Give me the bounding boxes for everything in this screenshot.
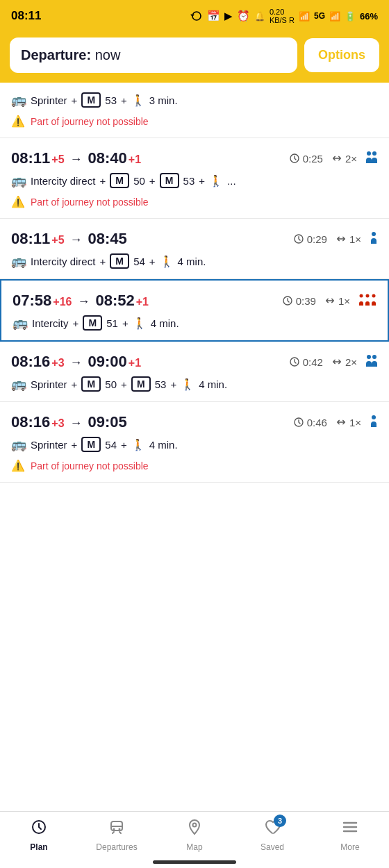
bottom-navigation: Plan Departures Map [0, 811, 389, 868]
journey-meta: 0:29 1× [293, 231, 378, 247]
train-icon: 🚌 [11, 253, 26, 269]
transport-label: Intercity [32, 317, 69, 329]
nav-saved[interactable]: 3 Saved [233, 819, 311, 852]
header: Departure: now Options [0, 31, 389, 83]
journey-times: 08:11+5 → 08:40+1 [11, 149, 141, 167]
journey-header: 08:11+5 → 08:45 0:29 1× [11, 230, 378, 248]
duration-value: 0:29 [307, 233, 327, 245]
arr-time: 09:00 [88, 353, 127, 371]
journey-details: 🚌 Sprinter+M 54+🚶4 min. [11, 437, 378, 452]
arr-time: 08:45 [88, 230, 127, 248]
journey-header: 08:16+3 → 09:00+1 0:42 2× [11, 353, 378, 371]
metro-num: 50 [133, 175, 145, 187]
warning-text: Part of journey not possible [31, 197, 149, 208]
transfers-item: 2× [331, 356, 357, 368]
dep-time: 08:11 [11, 230, 50, 248]
metro-num: 53 [155, 378, 167, 390]
metro-badge: M [81, 437, 101, 452]
arr-delay: +1 [129, 153, 141, 166]
metro-num: 51 [106, 317, 118, 329]
clock-meta-icon [289, 153, 300, 164]
partial-plus-1: + [72, 94, 78, 106]
journey-header: 08:11+5 → 08:40+1 0:25 2× [11, 149, 378, 167]
svg-point-13 [372, 415, 376, 419]
journey-list: 08:11+5 → 08:40+1 0:25 2× [0, 138, 389, 483]
nav-departures-label: Departures [96, 842, 137, 852]
transport-label: Sprinter [31, 439, 67, 451]
arr-time: 09:05 [88, 413, 127, 431]
svg-line-17 [119, 832, 121, 833]
notification-icon: 🔔 [254, 11, 265, 22]
plus-separator: + [149, 256, 156, 267]
metro-badge: M [83, 315, 102, 331]
data-speed: 0.20KB/S R [270, 8, 295, 24]
sync-icon [190, 10, 203, 22]
transfer-icon [331, 153, 342, 164]
heart-nav-icon: 3 [264, 819, 281, 840]
partial-transport-label: Sprinter [31, 94, 67, 106]
dep-delay: +3 [51, 417, 64, 430]
plus-separator: + [199, 175, 205, 187]
partial-journey-card[interactable]: 🚌 Sprinter + M 53 + 🚶 3 min. ⚠️ Part of … [0, 83, 389, 138]
walk-time: 4 min. [151, 317, 179, 329]
journey-details: 🚌 Intercity+M 51+🚶4 min. [13, 315, 376, 331]
battery-icon: 🔋 [345, 11, 356, 22]
journey-card-j5[interactable]: 08:16+3 → 09:05 0:46 1× [0, 402, 389, 483]
svg-line-16 [113, 832, 114, 833]
options-button[interactable]: Options [304, 38, 379, 72]
journey-meta: 0:39 1× [282, 293, 376, 308]
nav-more[interactable]: More [311, 819, 389, 852]
warning-icon: ⚠️ [11, 459, 25, 472]
partial-metro-num: 53 [105, 94, 117, 106]
journey-card-j2[interactable]: 08:11+5 → 08:45 0:29 1× [0, 219, 389, 279]
crowd-item [370, 231, 378, 247]
journey-times: 07:58+16 → 08:52+1 [13, 292, 149, 310]
metro-badge-m: M [81, 92, 101, 108]
train-icon: 🚌 [13, 315, 28, 331]
partial-walk-time: 3 min. [149, 94, 178, 106]
svg-point-19 [113, 828, 115, 831]
metro-num: 53 [183, 175, 195, 187]
plus-separator: + [149, 175, 156, 187]
walk-icon: 🚶 [160, 255, 174, 268]
nav-map-label: Map [186, 842, 202, 852]
nav-plan[interactable]: Plan [0, 819, 78, 852]
journey-details: 🚌 Intercity direct+M 50+M 53+🚶... [11, 173, 378, 188]
play-icon: ▶ [224, 10, 233, 22]
metro-num: 54 [105, 439, 117, 451]
duration-value: 0:25 [303, 153, 323, 165]
walk-time: 4 min. [149, 439, 178, 451]
dep-time: 08:11 [11, 149, 50, 167]
journey-card-j1[interactable]: 08:11+5 → 08:40+1 0:25 2× [0, 138, 389, 219]
transport-label: Intercity direct [31, 175, 95, 187]
journey-card-j3[interactable]: 07:58+16 → 08:52+1 0:39 1× [0, 279, 389, 342]
partial-warning: ⚠️ Part of journey not possible [11, 115, 378, 128]
duration-value: 0:46 [307, 417, 327, 428]
plus-separator: + [72, 378, 78, 390]
journey-times: 08:16+3 → 09:05 [11, 413, 127, 431]
journey-card-j4[interactable]: 08:16+3 → 09:00+1 0:42 2× [0, 342, 389, 402]
transfers-value: 2× [345, 153, 357, 165]
transport-label: Intercity direct [31, 256, 95, 267]
signal-icon: 📶 [299, 11, 310, 22]
clock-meta-icon [282, 295, 293, 306]
nav-departures[interactable]: Departures [78, 819, 156, 852]
transfer-icon [336, 233, 347, 244]
transfer-icon [331, 356, 342, 367]
arrow-icon: → [70, 416, 83, 431]
dep-time: 08:16 [11, 413, 50, 431]
journey-header: 08:16+3 → 09:05 0:46 1× [11, 413, 378, 431]
partial-journey-details: 🚌 Sprinter + M 53 + 🚶 3 min. [11, 92, 378, 108]
departure-search-box[interactable]: Departure: now [10, 37, 297, 73]
transfer-icon [336, 417, 347, 428]
menu-nav-icon [342, 819, 358, 840]
arrow-icon: → [70, 233, 83, 247]
train-icon: 🚌 [11, 376, 26, 392]
status-bar: 08:11 📅 ▶ ⏰ 🔔 0.20KB/S R 📶 5G 📶 🔋 66% [0, 0, 389, 31]
duration-item: 0:46 [293, 417, 327, 428]
plus-separator: + [170, 378, 176, 390]
walk-icon: 🚶 [209, 174, 223, 187]
partial-plus-2: + [121, 94, 127, 106]
nav-map[interactable]: Map [156, 819, 233, 852]
arrow-icon: → [70, 356, 83, 370]
